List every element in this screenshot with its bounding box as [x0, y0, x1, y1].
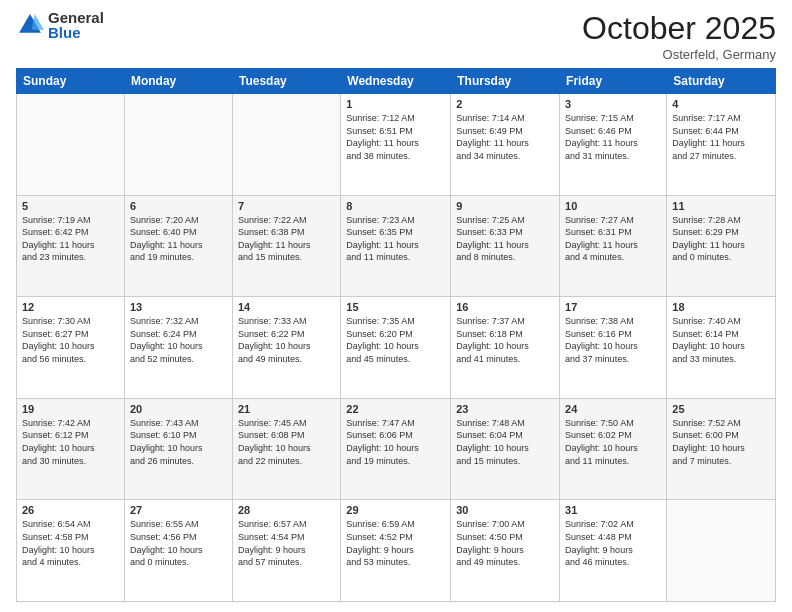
- day-info: Sunrise: 7:33 AM Sunset: 6:22 PM Dayligh…: [238, 315, 335, 365]
- day-number: 12: [22, 301, 119, 313]
- day-cell: 28Sunrise: 6:57 AM Sunset: 4:54 PM Dayli…: [232, 500, 340, 602]
- day-number: 25: [672, 403, 770, 415]
- day-cell: [232, 94, 340, 196]
- day-cell: 29Sunrise: 6:59 AM Sunset: 4:52 PM Dayli…: [341, 500, 451, 602]
- day-number: 14: [238, 301, 335, 313]
- week-row-0: 1Sunrise: 7:12 AM Sunset: 6:51 PM Daylig…: [17, 94, 776, 196]
- day-info: Sunrise: 6:54 AM Sunset: 4:58 PM Dayligh…: [22, 518, 119, 568]
- day-info: Sunrise: 7:28 AM Sunset: 6:29 PM Dayligh…: [672, 214, 770, 264]
- day-info: Sunrise: 7:30 AM Sunset: 6:27 PM Dayligh…: [22, 315, 119, 365]
- day-cell: 23Sunrise: 7:48 AM Sunset: 6:04 PM Dayli…: [451, 398, 560, 500]
- calendar-table: SundayMondayTuesdayWednesdayThursdayFrid…: [16, 68, 776, 602]
- day-cell: 6Sunrise: 7:20 AM Sunset: 6:40 PM Daylig…: [124, 195, 232, 297]
- day-info: Sunrise: 7:23 AM Sunset: 6:35 PM Dayligh…: [346, 214, 445, 264]
- day-number: 9: [456, 200, 554, 212]
- day-info: Sunrise: 7:14 AM Sunset: 6:49 PM Dayligh…: [456, 112, 554, 162]
- day-number: 21: [238, 403, 335, 415]
- day-number: 16: [456, 301, 554, 313]
- logo-text: General Blue: [48, 10, 104, 40]
- col-header-tuesday: Tuesday: [232, 69, 340, 94]
- day-cell: 24Sunrise: 7:50 AM Sunset: 6:02 PM Dayli…: [560, 398, 667, 500]
- day-info: Sunrise: 7:20 AM Sunset: 6:40 PM Dayligh…: [130, 214, 227, 264]
- day-info: Sunrise: 7:42 AM Sunset: 6:12 PM Dayligh…: [22, 417, 119, 467]
- day-number: 7: [238, 200, 335, 212]
- day-info: Sunrise: 7:22 AM Sunset: 6:38 PM Dayligh…: [238, 214, 335, 264]
- day-cell: [124, 94, 232, 196]
- col-header-sunday: Sunday: [17, 69, 125, 94]
- day-number: 17: [565, 301, 661, 313]
- day-cell: 12Sunrise: 7:30 AM Sunset: 6:27 PM Dayli…: [17, 297, 125, 399]
- day-info: Sunrise: 7:25 AM Sunset: 6:33 PM Dayligh…: [456, 214, 554, 264]
- col-header-monday: Monday: [124, 69, 232, 94]
- day-cell: 30Sunrise: 7:00 AM Sunset: 4:50 PM Dayli…: [451, 500, 560, 602]
- logo-general: General: [48, 10, 104, 25]
- day-number: 4: [672, 98, 770, 110]
- calendar-header-row: SundayMondayTuesdayWednesdayThursdayFrid…: [17, 69, 776, 94]
- day-cell: 17Sunrise: 7:38 AM Sunset: 6:16 PM Dayli…: [560, 297, 667, 399]
- day-cell: [17, 94, 125, 196]
- day-info: Sunrise: 7:02 AM Sunset: 4:48 PM Dayligh…: [565, 518, 661, 568]
- day-cell: 5Sunrise: 7:19 AM Sunset: 6:42 PM Daylig…: [17, 195, 125, 297]
- day-number: 24: [565, 403, 661, 415]
- day-info: Sunrise: 7:52 AM Sunset: 6:00 PM Dayligh…: [672, 417, 770, 467]
- day-number: 5: [22, 200, 119, 212]
- logo-icon: [16, 11, 44, 39]
- day-number: 2: [456, 98, 554, 110]
- month-title: October 2025: [582, 10, 776, 47]
- day-number: 11: [672, 200, 770, 212]
- day-cell: 13Sunrise: 7:32 AM Sunset: 6:24 PM Dayli…: [124, 297, 232, 399]
- day-number: 20: [130, 403, 227, 415]
- day-info: Sunrise: 7:48 AM Sunset: 6:04 PM Dayligh…: [456, 417, 554, 467]
- day-cell: 2Sunrise: 7:14 AM Sunset: 6:49 PM Daylig…: [451, 94, 560, 196]
- day-info: Sunrise: 7:45 AM Sunset: 6:08 PM Dayligh…: [238, 417, 335, 467]
- day-number: 29: [346, 504, 445, 516]
- day-number: 10: [565, 200, 661, 212]
- day-cell: 20Sunrise: 7:43 AM Sunset: 6:10 PM Dayli…: [124, 398, 232, 500]
- col-header-friday: Friday: [560, 69, 667, 94]
- day-number: 22: [346, 403, 445, 415]
- week-row-2: 12Sunrise: 7:30 AM Sunset: 6:27 PM Dayli…: [17, 297, 776, 399]
- day-number: 19: [22, 403, 119, 415]
- day-cell: 9Sunrise: 7:25 AM Sunset: 6:33 PM Daylig…: [451, 195, 560, 297]
- week-row-3: 19Sunrise: 7:42 AM Sunset: 6:12 PM Dayli…: [17, 398, 776, 500]
- day-cell: 22Sunrise: 7:47 AM Sunset: 6:06 PM Dayli…: [341, 398, 451, 500]
- day-info: Sunrise: 6:59 AM Sunset: 4:52 PM Dayligh…: [346, 518, 445, 568]
- day-cell: 7Sunrise: 7:22 AM Sunset: 6:38 PM Daylig…: [232, 195, 340, 297]
- location-subtitle: Osterfeld, Germany: [582, 47, 776, 62]
- day-number: 26: [22, 504, 119, 516]
- day-cell: 1Sunrise: 7:12 AM Sunset: 6:51 PM Daylig…: [341, 94, 451, 196]
- col-header-wednesday: Wednesday: [341, 69, 451, 94]
- day-info: Sunrise: 7:40 AM Sunset: 6:14 PM Dayligh…: [672, 315, 770, 365]
- week-row-4: 26Sunrise: 6:54 AM Sunset: 4:58 PM Dayli…: [17, 500, 776, 602]
- day-cell: 26Sunrise: 6:54 AM Sunset: 4:58 PM Dayli…: [17, 500, 125, 602]
- day-number: 30: [456, 504, 554, 516]
- day-number: 8: [346, 200, 445, 212]
- day-info: Sunrise: 7:15 AM Sunset: 6:46 PM Dayligh…: [565, 112, 661, 162]
- day-info: Sunrise: 6:57 AM Sunset: 4:54 PM Dayligh…: [238, 518, 335, 568]
- col-header-thursday: Thursday: [451, 69, 560, 94]
- day-info: Sunrise: 7:35 AM Sunset: 6:20 PM Dayligh…: [346, 315, 445, 365]
- day-cell: 31Sunrise: 7:02 AM Sunset: 4:48 PM Dayli…: [560, 500, 667, 602]
- day-number: 27: [130, 504, 227, 516]
- svg-marker-1: [32, 14, 44, 30]
- day-info: Sunrise: 7:27 AM Sunset: 6:31 PM Dayligh…: [565, 214, 661, 264]
- day-number: 1: [346, 98, 445, 110]
- day-number: 18: [672, 301, 770, 313]
- day-info: Sunrise: 6:55 AM Sunset: 4:56 PM Dayligh…: [130, 518, 227, 568]
- day-cell: [667, 500, 776, 602]
- day-number: 28: [238, 504, 335, 516]
- day-info: Sunrise: 7:47 AM Sunset: 6:06 PM Dayligh…: [346, 417, 445, 467]
- header: General Blue October 2025 Osterfeld, Ger…: [16, 10, 776, 62]
- day-cell: 27Sunrise: 6:55 AM Sunset: 4:56 PM Dayli…: [124, 500, 232, 602]
- day-number: 6: [130, 200, 227, 212]
- week-row-1: 5Sunrise: 7:19 AM Sunset: 6:42 PM Daylig…: [17, 195, 776, 297]
- day-info: Sunrise: 7:19 AM Sunset: 6:42 PM Dayligh…: [22, 214, 119, 264]
- day-cell: 25Sunrise: 7:52 AM Sunset: 6:00 PM Dayli…: [667, 398, 776, 500]
- day-cell: 19Sunrise: 7:42 AM Sunset: 6:12 PM Dayli…: [17, 398, 125, 500]
- day-info: Sunrise: 7:17 AM Sunset: 6:44 PM Dayligh…: [672, 112, 770, 162]
- day-info: Sunrise: 7:43 AM Sunset: 6:10 PM Dayligh…: [130, 417, 227, 467]
- day-info: Sunrise: 7:00 AM Sunset: 4:50 PM Dayligh…: [456, 518, 554, 568]
- day-cell: 3Sunrise: 7:15 AM Sunset: 6:46 PM Daylig…: [560, 94, 667, 196]
- day-cell: 18Sunrise: 7:40 AM Sunset: 6:14 PM Dayli…: [667, 297, 776, 399]
- page: General Blue October 2025 Osterfeld, Ger…: [0, 0, 792, 612]
